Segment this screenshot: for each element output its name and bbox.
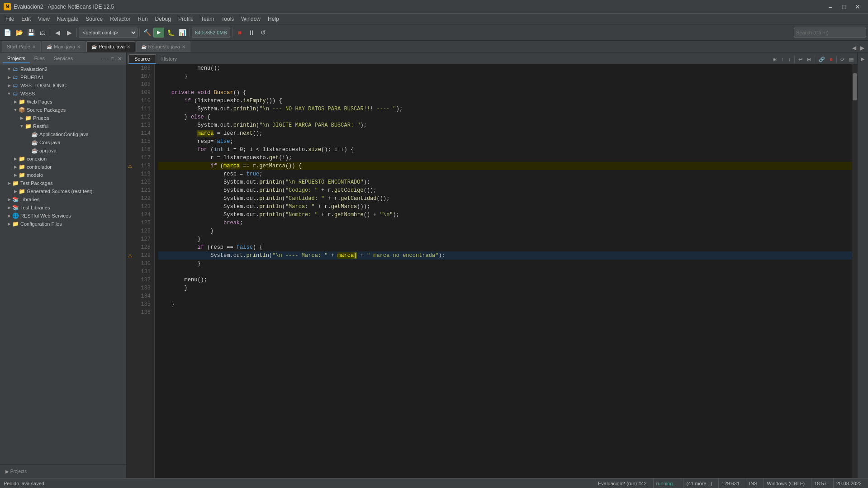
menu-help[interactable]: Help — [264, 14, 283, 24]
profile-btn[interactable]: 📊 — [177, 27, 188, 38]
expand-arrow[interactable]: ▶ — [13, 99, 18, 104]
expand-arrow[interactable]: ▶ — [6, 75, 12, 80]
open-project-btn[interactable]: 📂 — [14, 27, 24, 38]
menu-tools[interactable]: Tools — [218, 14, 237, 24]
tree-node-restful-web-services[interactable]: ▶ 🌐 RESTful Web Services — [0, 212, 126, 220]
prev-bookmark-btn[interactable]: ↑ — [779, 55, 786, 64]
tab-repuesto-java[interactable]: ☕ Repuesto.java ✕ — [136, 41, 190, 52]
menu-profile[interactable]: Profile — [175, 14, 197, 24]
editor-tab-source[interactable]: Source — [128, 54, 156, 64]
forward-btn[interactable]: ▶ — [64, 27, 75, 38]
sidebar-tab-projects[interactable]: Projects — [3, 54, 30, 63]
tree-node-test-packages[interactable]: ▶ 📁 Test Packages — [0, 179, 126, 187]
expand-arrow[interactable]: ▼ — [19, 124, 24, 128]
tree-node-test-libraries[interactable]: ▶ 📚 Test Libraries — [0, 204, 126, 212]
tab-start-page[interactable]: Start Page ✕ — [2, 41, 41, 52]
scroll-thumb[interactable] — [853, 73, 857, 100]
tree-node-cors[interactable]: ▶ ☕ Cors.java — [0, 138, 126, 147]
expand-arrow[interactable]: ▼ — [6, 91, 12, 96]
tree-node-generated-sources[interactable]: ▶ 📁 Generated Sources (rest-test) — [0, 187, 126, 195]
expand-arrow[interactable]: ▶ — [13, 156, 18, 161]
sidebar-tree[interactable]: ▼ 🗂 Evaluacion2 ▶ 🗂 PRUEBA1 ▶ 🗂 WSS_LOGI… — [0, 65, 126, 464]
tree-node-conexion[interactable]: ▶ 📁 conexion — [0, 155, 126, 163]
window-controls[interactable]: – □ ✕ — [824, 0, 864, 14]
tree-node-applicationconfig[interactable]: ▶ ☕ ApplicationConfig.java — [0, 130, 126, 138]
stop-btn[interactable]: ■ — [234, 27, 245, 38]
back-btn[interactable]: ◀ — [52, 27, 63, 38]
expand-arrow[interactable]: ▶ — [6, 197, 12, 202]
menu-file[interactable]: File — [2, 14, 18, 24]
menu-edit[interactable]: Edit — [18, 14, 34, 24]
tree-node-config-files[interactable]: ▶ 📁 Configuration Files — [0, 220, 126, 228]
expand-arrow[interactable]: ▶ — [6, 205, 12, 210]
sidebar-tab-files[interactable]: Files — [30, 54, 49, 63]
tree-node-wsss[interactable]: ▼ 🗂 WSSS — [0, 90, 126, 98]
tab-close-repuesto[interactable]: ✕ — [182, 44, 185, 49]
sidebar-tab-services[interactable]: Services — [49, 54, 77, 63]
expand-arrow[interactable]: ▶ — [13, 173, 18, 177]
pause-btn[interactable]: ⏸ — [246, 27, 257, 38]
tab-close-main[interactable]: ✕ — [77, 44, 81, 49]
history-btn[interactable]: ⟳ — [839, 55, 846, 64]
tab-nav[interactable]: ◀ ▶ — [848, 44, 868, 52]
save-btn[interactable]: 💾 — [25, 27, 36, 38]
debug-attach-btn[interactable]: 🔗 — [817, 55, 827, 64]
expand-arrow[interactable]: ▶ — [6, 181, 12, 185]
terminal-btn[interactable]: ▤ — [847, 55, 855, 64]
code-area[interactable]: menu(); } private void Buscar() { if (li… — [155, 64, 852, 478]
tab-nav-right[interactable]: ▶ — [858, 44, 866, 52]
expand-arrow[interactable]: ▶ — [6, 222, 12, 226]
menu-run[interactable]: Run — [134, 14, 152, 24]
tab-close-pedido[interactable]: ✕ — [127, 44, 130, 49]
tree-node-evaluacion2[interactable]: ▼ 🗂 Evaluacion2 — [0, 65, 126, 73]
clean-build-btn[interactable]: 🔨 — [142, 27, 152, 38]
menu-view[interactable]: View — [34, 14, 53, 24]
sidebar-close-icon[interactable]: ✕ — [116, 56, 123, 62]
sidebar-controls[interactable]: — ≡ ✕ — [100, 56, 123, 62]
expand-arrow[interactable]: ▶ — [19, 116, 24, 120]
run-btn[interactable]: ▶ — [153, 28, 164, 38]
editor-tab-history[interactable]: History — [156, 55, 182, 64]
tab-main-java[interactable]: ☕ Main.java ✕ — [42, 41, 85, 52]
search-input[interactable] — [794, 28, 866, 38]
minimize-button[interactable]: – — [824, 0, 837, 14]
expand-arrow[interactable]: ▶ — [6, 213, 12, 218]
toggle-bookmark-btn[interactable]: ⊞ — [771, 55, 778, 64]
tree-node-modelo[interactable]: ▶ 📁 modelo — [0, 171, 126, 179]
tab-pedido-java[interactable]: ☕ Pedido.java ✕ — [86, 41, 135, 52]
menu-team[interactable]: Team — [197, 14, 218, 24]
stop-action-btn[interactable]: ■ — [828, 55, 835, 64]
close-button[interactable]: ✕ — [851, 0, 864, 14]
config-dropdown[interactable]: <default config> — [79, 28, 138, 38]
apply-btn[interactable]: ↺ — [258, 27, 269, 38]
tree-node-web-pages[interactable]: ▶ 📁 Web Pages — [0, 98, 126, 106]
menu-window[interactable]: Window — [237, 14, 264, 24]
debug-btn[interactable]: 🐛 — [165, 27, 176, 38]
restore-button[interactable]: □ — [837, 0, 851, 14]
next-bookmark-btn[interactable]: ↓ — [787, 55, 793, 64]
tree-node-controlador[interactable]: ▶ 📁 controlador — [0, 163, 126, 171]
menu-source[interactable]: Source — [82, 14, 106, 24]
tree-node-api[interactable]: ▶ ☕ api.java — [0, 147, 126, 155]
right-panel-btn[interactable]: ▶ — [859, 54, 867, 64]
toggle-line-wrap-btn[interactable]: ↩ — [797, 55, 804, 64]
expand-arrow[interactable]: ▶ — [13, 165, 18, 169]
tree-node-prueba[interactable]: ▶ 📁 Prueba — [0, 114, 126, 122]
sidebar-minimize-icon[interactable]: — — [100, 56, 109, 62]
expand-arrow[interactable]: ▼ — [6, 67, 12, 71]
collapse-toggle[interactable]: ▶ Projects — [3, 468, 29, 475]
tab-nav-left[interactable]: ◀ — [850, 44, 858, 52]
tree-node-prueba1[interactable]: ▶ 🗂 PRUEBA1 — [0, 73, 126, 81]
new-project-btn[interactable]: 📄 — [2, 27, 13, 38]
tab-close-start[interactable]: ✕ — [32, 44, 36, 49]
menu-refactor[interactable]: Refactor — [106, 14, 134, 24]
tree-node-wss-login[interactable]: ▶ 🗂 WSS_LOGIN_IONIC — [0, 81, 126, 90]
tree-node-libraries[interactable]: ▶ 📚 Libraries — [0, 195, 126, 204]
sidebar-settings-icon[interactable]: ≡ — [109, 56, 115, 62]
menu-navigate[interactable]: Navigate — [53, 14, 82, 24]
toggle-fold-btn[interactable]: ⊟ — [805, 55, 813, 64]
expand-arrow[interactable]: ▶ — [13, 189, 18, 194]
editor-scrollbar[interactable] — [852, 64, 857, 478]
menu-debug[interactable]: Debug — [152, 14, 175, 24]
tree-node-source-packages[interactable]: ▼ 📦 Source Packages — [0, 106, 126, 114]
